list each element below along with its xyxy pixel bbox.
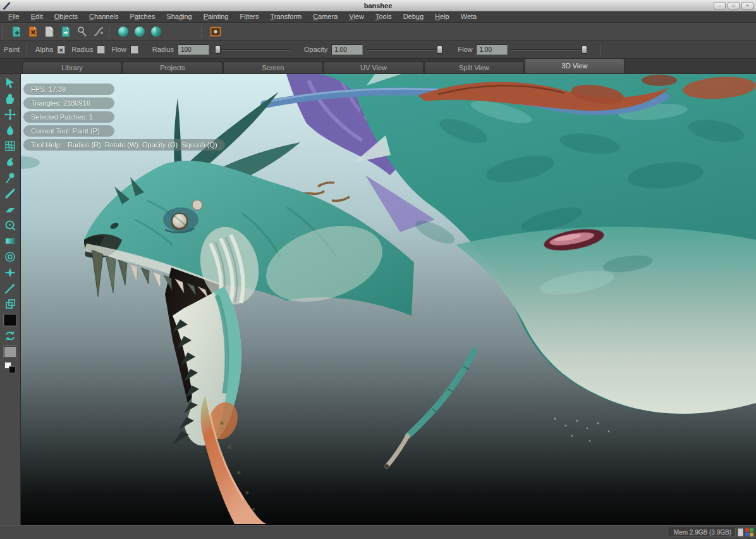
flow-input[interactable] <box>476 44 508 55</box>
tool-select[interactable] <box>1 75 19 90</box>
tab-screen[interactable]: Screen <box>223 61 323 73</box>
menu-tools[interactable]: Tools <box>370 11 398 22</box>
menu-weta[interactable]: Weta <box>455 11 482 22</box>
toolbar-handle[interactable] <box>201 26 205 37</box>
tool-clone[interactable] <box>1 217 19 233</box>
swap-colors-icon[interactable] <box>1 328 19 344</box>
minimize-button[interactable]: – <box>714 2 726 9</box>
app-window: banshee – □ × File Edit Objects Channels… <box>0 0 756 539</box>
flow-label: Flow <box>458 46 472 53</box>
tool-blur[interactable] <box>1 122 19 138</box>
menu-channels[interactable]: Channels <box>83 11 125 22</box>
tab-library[interactable]: Library <box>22 61 122 73</box>
menu-edit[interactable]: Edit <box>25 11 49 22</box>
flow-checkbox[interactable] <box>130 46 138 54</box>
tab-split-view[interactable]: Split View <box>424 61 524 73</box>
alpha-label: Alpha <box>35 46 53 53</box>
toolbar-handle[interactable] <box>2 26 6 37</box>
view-tab-strip: Library Projects Screen UV View Split Vi… <box>0 59 756 74</box>
import-document-icon[interactable] <box>58 24 74 39</box>
tool-paint[interactable] <box>1 185 19 201</box>
checkbox-mark: × <box>59 46 63 54</box>
close-project-icon[interactable] <box>25 24 41 39</box>
menu-patches[interactable]: Patches <box>125 11 161 22</box>
tool-smear[interactable] <box>1 154 19 170</box>
default-colors-swatch[interactable] <box>1 359 19 375</box>
opacity-slider-thumb[interactable] <box>437 46 442 54</box>
tool-radial[interactable] <box>1 249 19 264</box>
tab-projects[interactable]: Projects <box>123 61 223 73</box>
tool-move[interactable] <box>1 106 19 122</box>
menu-shading[interactable]: Shading <box>161 11 197 22</box>
maximize-button[interactable]: □ <box>728 2 740 9</box>
project-toolbar <box>0 23 756 40</box>
tool-eraser[interactable] <box>1 201 19 217</box>
radius-label: Radius <box>152 46 174 53</box>
hud-current-tool: Current Tool: Paint (P) <box>23 125 114 137</box>
tab-uv-view[interactable]: UV View <box>324 61 424 73</box>
background-color-swatch[interactable] <box>1 344 19 359</box>
separator <box>600 43 601 56</box>
tool-pan[interactable] <box>1 90 19 106</box>
radius-toggle-label: Radius <box>71 46 93 53</box>
opacity-input[interactable] <box>331 44 363 55</box>
radius-checkbox[interactable] <box>97 46 105 54</box>
toolbar-handle[interactable] <box>109 26 113 37</box>
tool-marquee[interactable] <box>1 233 19 249</box>
status-bar: Mem 2.9GB (3.9GB) <box>0 525 756 539</box>
hud-tool-help: Tool Help: Radius (R) Rotate (W) Opacity… <box>23 139 225 151</box>
flow-slider-thumb[interactable] <box>582 46 587 54</box>
active-tool-label: Paint <box>4 46 20 53</box>
memory-status: Mem 2.9GB (3.9GB) <box>669 528 736 537</box>
hud-selected-patches: Selected Patches: 1 <box>23 111 114 123</box>
activity-indicator-icon <box>745 528 753 536</box>
menu-view[interactable]: View <box>343 11 370 22</box>
menu-objects[interactable]: Objects <box>49 11 83 22</box>
sphere-shading-icon[interactable] <box>148 24 164 39</box>
document-icon[interactable] <box>41 24 58 39</box>
menu-camera[interactable]: Camera <box>307 11 343 22</box>
opacity-label: Opacity <box>304 46 327 53</box>
tool-palette <box>0 74 21 525</box>
menu-file[interactable]: File <box>3 11 25 22</box>
menu-help[interactable]: Help <box>429 11 455 22</box>
title-bar[interactable]: banshee – □ × <box>0 0 756 11</box>
menu-transform[interactable]: Transform <box>264 11 307 22</box>
radius-slider-thumb[interactable] <box>215 46 221 54</box>
hud-triangles: Triangles: 2180916 <box>23 97 114 109</box>
tab-3d-view[interactable]: 3D View <box>525 58 625 73</box>
alpha-checkbox[interactable]: × <box>57 46 65 54</box>
viewport-hud: FPS: 17.39 Triangles: 2180916 Selected P… <box>23 84 225 151</box>
separator <box>26 43 27 56</box>
opacity-slider[interactable] <box>367 45 444 54</box>
path-tool-icon[interactable] <box>74 24 90 39</box>
3d-viewport[interactable]: FPS: 17.39 Triangles: 2180916 Selected P… <box>21 74 756 525</box>
tool-pin[interactable] <box>1 170 19 185</box>
tool-copy-patch[interactable] <box>1 296 19 312</box>
foreground-color-swatch[interactable] <box>1 312 19 328</box>
menu-painting[interactable]: Painting <box>198 11 235 22</box>
status-spacer-pane <box>738 528 743 536</box>
paint-options-bar: Paint Alpha × Radius Flow Radius Opacity… <box>0 40 756 59</box>
new-project-icon[interactable] <box>8 24 25 39</box>
flow-toggle-label: Flow <box>111 46 126 53</box>
tool-warp[interactable] <box>1 138 19 154</box>
menu-debug[interactable]: Debug <box>398 11 429 22</box>
menu-bar: File Edit Objects Channels Patches Shadi… <box>0 11 756 23</box>
sphere-shading-icon[interactable] <box>115 24 131 39</box>
flow-slider[interactable] <box>511 45 588 54</box>
menu-filters[interactable]: Filters <box>234 11 264 22</box>
close-button[interactable]: × <box>741 2 753 9</box>
main-area: FPS: 17.39 Triangles: 2180916 Selected P… <box>0 74 756 525</box>
radius-slider[interactable] <box>213 45 290 54</box>
sphere-shading-icon[interactable] <box>131 24 148 39</box>
tool-heal[interactable] <box>1 264 19 280</box>
window-controls: – □ × <box>714 2 756 9</box>
radius-input[interactable] <box>178 44 209 55</box>
hud-fps: FPS: 17.39 <box>23 84 114 95</box>
tool-eyedropper[interactable] <box>1 280 19 296</box>
window-title: banshee <box>0 2 756 9</box>
node-curve-icon[interactable] <box>90 24 107 39</box>
projector-icon[interactable] <box>207 24 224 39</box>
